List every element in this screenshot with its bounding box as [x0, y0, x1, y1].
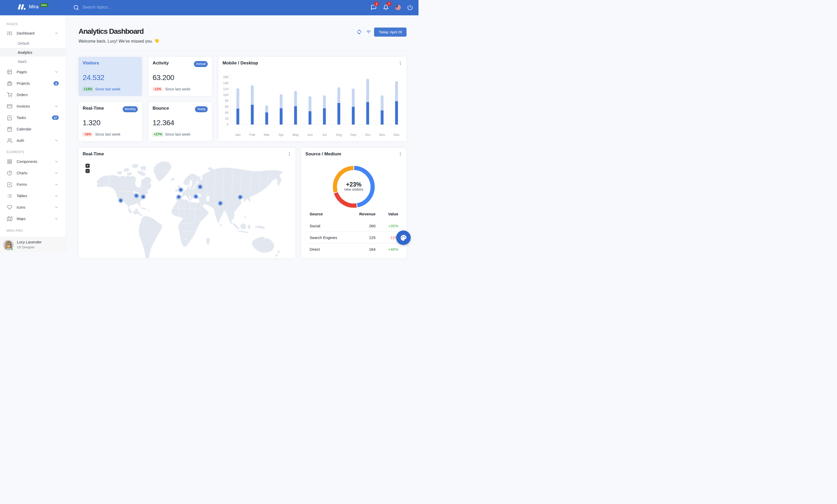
- svg-text:Mar: Mar: [264, 133, 270, 137]
- svg-text:Jun: Jun: [307, 133, 313, 137]
- svg-text:60: 60: [225, 105, 229, 109]
- svg-text:Jul: Jul: [322, 133, 327, 137]
- svg-text:May: May: [292, 133, 299, 137]
- svg-text:Jan: Jan: [235, 133, 241, 137]
- svg-text:Aug: Aug: [336, 133, 342, 137]
- svg-text:Sep: Sep: [350, 133, 356, 137]
- svg-text:100: 100: [223, 93, 229, 97]
- svg-text:120: 120: [223, 87, 229, 91]
- svg-text:Nov: Nov: [379, 133, 385, 137]
- svg-text:0: 0: [227, 123, 229, 126]
- svg-text:80: 80: [225, 99, 229, 102]
- svg-text:140: 140: [223, 81, 229, 85]
- svg-text:20: 20: [225, 117, 229, 120]
- svg-text:Apr: Apr: [279, 133, 284, 137]
- svg-text:Dec: Dec: [394, 133, 400, 137]
- svg-text:Feb: Feb: [249, 133, 255, 137]
- svg-text:40: 40: [225, 111, 229, 115]
- svg-text:Oct: Oct: [365, 133, 370, 137]
- svg-text:160: 160: [223, 75, 229, 79]
